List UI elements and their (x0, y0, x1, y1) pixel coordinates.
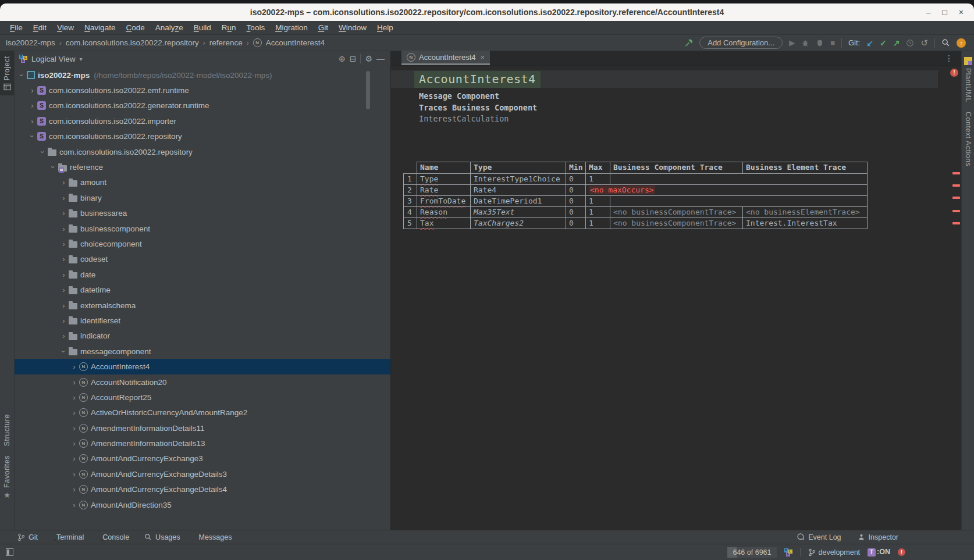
chevron-collapsed-icon[interactable]: › (27, 86, 37, 95)
history-clock-icon[interactable] (906, 39, 914, 47)
toolwindow-button-inspector[interactable]: Inspector (858, 533, 898, 541)
tree-item-binary[interactable]: ›binary (15, 190, 390, 205)
coverage-icon[interactable] (816, 39, 824, 47)
max-error-cell[interactable]: <no maxOccurs> (585, 184, 868, 196)
tree-item-businesscomponent[interactable]: ›businesscomponent (15, 221, 390, 236)
tree-item-iso20022-mps[interactable]: ›iso20022-mps(/home/tomb/repos/iso20022-… (15, 67, 390, 83)
menu-window[interactable]: Window (333, 23, 372, 32)
git-push-icon[interactable]: ↗ (893, 38, 900, 48)
hide-panel-icon[interactable]: — (376, 55, 385, 63)
chevron-collapsed-icon[interactable]: › (69, 424, 79, 433)
row-number-cell[interactable]: 5 (403, 217, 417, 229)
row-number-cell[interactable]: 3 (403, 195, 417, 207)
breadcrumb-item-iso20022-mps[interactable]: iso20022-mps (6, 38, 55, 47)
build-hammer-icon[interactable] (684, 38, 693, 47)
memory-indicator[interactable]: 646 of 6961 (727, 547, 776, 558)
menu-analyze[interactable]: Analyze (150, 23, 189, 32)
toolwindow-button-console[interactable]: Console (99, 533, 129, 541)
close-button[interactable]: × (959, 3, 964, 21)
tree-item-accountnotification20[interactable]: ›NAccountNotification20 (15, 374, 390, 390)
chevron-collapsed-icon[interactable]: › (27, 117, 37, 126)
chevron-collapsed-icon[interactable]: › (59, 224, 69, 233)
document-title[interactable]: AccountInterest4 (414, 71, 541, 88)
menu-edit[interactable]: Edit (28, 23, 52, 32)
menu-navigate[interactable]: Navigate (79, 23, 120, 32)
chevron-down-icon[interactable]: ▾ (80, 56, 83, 62)
tree-item-businessarea[interactable]: ›businessarea (15, 206, 390, 221)
chevron-collapsed-icon[interactable]: › (69, 439, 79, 448)
tree-item-datetime[interactable]: ›datetime (15, 282, 390, 297)
git-commit-icon[interactable]: ✓ (880, 38, 887, 48)
maximize-button[interactable]: □ (942, 3, 947, 21)
chevron-collapsed-icon[interactable]: › (59, 331, 69, 340)
menu-run[interactable]: Run (216, 23, 241, 32)
tree-item-activeorhistoriccurrencyandamountrange2[interactable]: ›NActiveOrHistoricCurrencyAndAmountRange… (15, 405, 390, 420)
ide-update-icon[interactable]: ↑ (957, 38, 966, 48)
name-cell[interactable]: Type (417, 173, 471, 185)
chevron-expanded-icon[interactable]: › (17, 70, 26, 80)
row-number-cell[interactable]: 4 (403, 206, 417, 218)
chevron-collapsed-icon[interactable]: › (69, 393, 79, 402)
search-everywhere-icon[interactable] (941, 38, 950, 47)
max-cell[interactable]: 1 (585, 206, 610, 218)
tree-item-com-iconsolutions-iso20022-repository[interactable]: ›com.iconsolutions.iso20022.repository (15, 144, 390, 159)
menu-file[interactable]: File (5, 23, 28, 32)
git-branch-widget[interactable]: development (808, 548, 861, 557)
error-stripe-mark[interactable] (952, 172, 960, 174)
tree-item-reference[interactable]: ›reference (15, 159, 390, 174)
chevron-collapsed-icon[interactable]: › (27, 101, 37, 110)
error-notification-icon[interactable]: ! (898, 548, 905, 556)
tree-item-accountreport25[interactable]: ›NAccountReport25 (15, 390, 390, 405)
toolwindow-tab-favorites[interactable]: Favorites ★ (0, 451, 14, 504)
chevron-collapsed-icon[interactable]: › (59, 240, 69, 248)
toolwindow-button-git[interactable]: Git (17, 533, 38, 541)
chevron-collapsed-icon[interactable]: › (59, 178, 69, 187)
tab-options-icon[interactable]: ⋮ (945, 53, 953, 63)
tree-item-amountandcurrencyexchangedetails3[interactable]: ›NAmountAndCurrencyExchangeDetails3 (15, 466, 390, 481)
tab-close-icon[interactable]: × (481, 53, 485, 62)
name-cell[interactable]: FromToDate (417, 195, 471, 207)
menu-build[interactable]: Build (189, 23, 216, 32)
name-cell[interactable]: Rate (417, 184, 471, 196)
chevron-collapsed-icon[interactable]: › (69, 501, 79, 509)
type-cell[interactable]: Max35Text (470, 206, 566, 218)
tree-item-amountandcurrencyexchange3[interactable]: ›NAmountAndCurrencyExchange3 (15, 451, 390, 466)
max-cell[interactable]: 1 (585, 195, 610, 207)
chevron-collapsed-icon[interactable]: › (59, 255, 69, 263)
chevron-collapsed-icon[interactable]: › (69, 485, 79, 494)
name-cell[interactable]: Reason (417, 206, 471, 218)
menu-tools[interactable]: Tools (241, 23, 271, 32)
menu-git[interactable]: Git (313, 23, 333, 32)
toolwindow-button-terminal[interactable]: Terminal (53, 533, 84, 541)
error-stripe-mark[interactable] (952, 197, 960, 199)
tree-item-date[interactable]: ›date (15, 267, 390, 282)
breadcrumb-item-accountinterest4[interactable]: AccountInterest4 (266, 38, 325, 47)
business-element-trace-cell[interactable]: Interest.InterestTax (742, 217, 868, 229)
inspection-error-badge[interactable]: ! (950, 69, 958, 77)
breadcrumb-item-com-iconsolutions-iso20022-repository[interactable]: com.iconsolutions.iso20022.repository (66, 38, 199, 47)
view-selector[interactable]: Logical View (31, 55, 76, 63)
run-button[interactable]: ▶ (789, 38, 795, 47)
business-component-trace-cell[interactable]: <no businessComponentTrace> (610, 206, 743, 218)
chevron-collapsed-icon[interactable]: › (59, 209, 69, 217)
business-component-trace-cell[interactable]: <no businessComponentTrace> (610, 217, 743, 229)
row-number-cell[interactable]: 1 (403, 173, 417, 185)
max-cell[interactable]: 1 (585, 173, 610, 185)
type-cell[interactable]: DateTimePeriod1 (470, 195, 566, 207)
breadcrumb-item-reference[interactable]: reference (209, 38, 243, 47)
toggle-widget[interactable]: T:ON (868, 548, 890, 557)
tree-item-identifierset[interactable]: ›identifierset (15, 313, 390, 328)
chevron-expanded-icon[interactable]: › (49, 162, 58, 172)
toolwindow-button-usages[interactable]: Usages (144, 533, 180, 541)
tree-item-externalschema[interactable]: ›externalschema (15, 298, 390, 313)
min-cell[interactable]: 0 (566, 184, 586, 196)
menu-help[interactable]: Help (372, 23, 399, 32)
add-configuration-button[interactable]: Add Configuration... (699, 37, 783, 49)
min-cell[interactable]: 0 (566, 206, 586, 218)
chevron-collapsed-icon[interactable]: › (59, 301, 69, 310)
stop-button[interactable]: ■ (830, 38, 835, 47)
toolwindow-tab-plantuml[interactable]: PlantUML (962, 51, 974, 107)
git-update-icon[interactable]: ↙ (866, 38, 873, 48)
tab-accountinterest4[interactable]: N AccountInterest4 × (401, 51, 490, 65)
tree-item-amendmentinformationdetails11[interactable]: ›NAmendmentInformationDetails11 (15, 420, 390, 436)
